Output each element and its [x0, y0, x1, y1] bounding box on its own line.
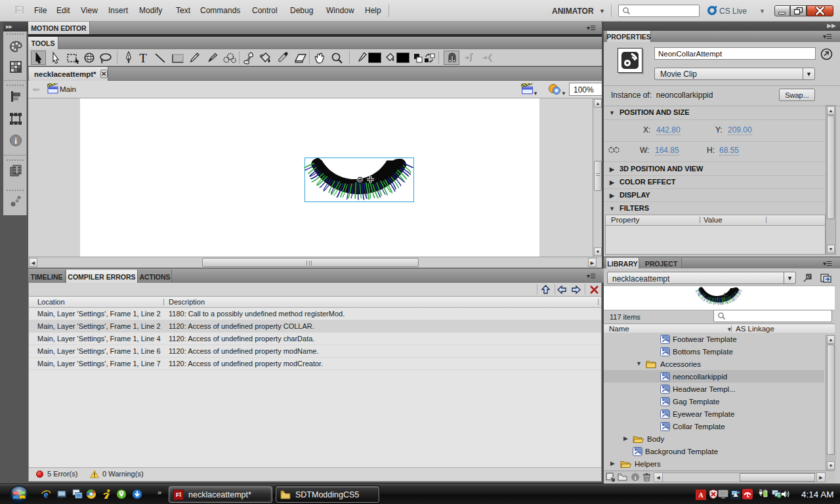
svg-text:i: i	[14, 136, 17, 146]
svg-text:T: T	[139, 52, 147, 64]
